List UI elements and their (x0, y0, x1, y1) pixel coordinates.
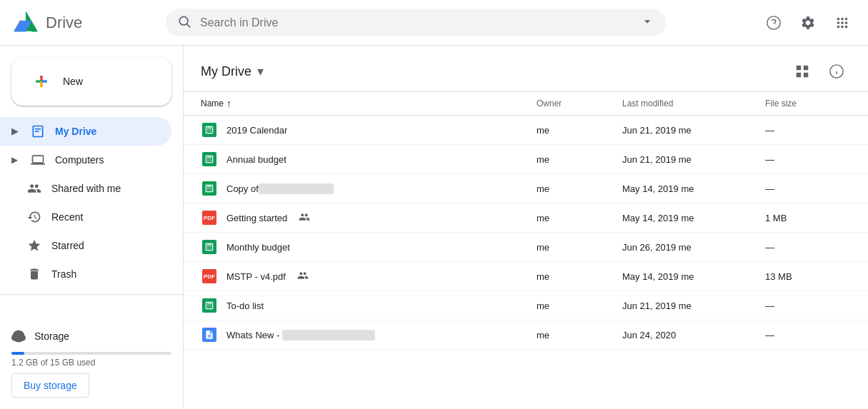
info-button[interactable] (822, 57, 851, 86)
file-name: MSTP - v4.pdf (226, 271, 286, 282)
sidebar-item-trash[interactable]: Trash (0, 260, 171, 288)
file-name-cell: To-do list (201, 297, 537, 314)
file-size: — (765, 330, 851, 340)
table-header: Name ↑ Owner Last modified File size (184, 92, 868, 116)
file-name: Monthly budget (226, 242, 290, 253)
table-row[interactable]: Annual budget me Jun 21, 2019 me — (184, 145, 868, 174)
table-row[interactable]: PDF MSTP - v4.pdf me May 14, 2019 me 13 … (184, 262, 868, 291)
sheets-icon (201, 297, 218, 314)
table-row[interactable]: PDF Getting started me May 14, 2019 me 1… (184, 203, 868, 233)
buy-storage-button[interactable]: Buy storage (11, 373, 89, 398)
file-size: 1 MB (765, 213, 851, 223)
file-name: 2019 Calendar (226, 125, 287, 136)
sidebar-item-trash-label: Trash (51, 268, 76, 280)
file-modified: May 14, 2019 me (622, 271, 765, 282)
svg-rect-17 (35, 128, 41, 130)
file-name-cell: PDF MSTP - v4.pdf (201, 268, 537, 285)
breadcrumb: My Drive ▾ (201, 64, 264, 79)
file-owner: me (537, 301, 622, 311)
sidebar-item-shared-with-me[interactable]: Shared with me (0, 174, 171, 203)
sidebar-item-my-drive[interactable]: ▶ My Drive (0, 117, 171, 146)
column-header-owner[interactable]: Owner (537, 98, 622, 109)
my-drive-icon (29, 123, 46, 140)
computers-icon (29, 151, 46, 168)
file-name-cell: Monthly budget (201, 238, 537, 256)
file-name: Getting started (226, 213, 287, 223)
sheets-icon (201, 121, 218, 138)
file-owner: me (537, 213, 622, 223)
file-name: To-do list (226, 301, 264, 311)
sidebar-item-shared-with-me-label: Shared with me (51, 183, 121, 194)
help-button[interactable] (759, 9, 788, 37)
table-row[interactable]: 2019 Calendar me Jun 21, 2019 me — (184, 116, 868, 145)
sidebar-item-starred-label: Starred (51, 240, 84, 251)
trash-icon (26, 266, 43, 283)
pdf-icon: PDF (201, 209, 218, 226)
drive-path-title: My Drive (201, 64, 251, 79)
file-name-cell: Copy ofRecovery Fix Blog (201, 180, 537, 197)
table-row[interactable]: Whats New - Kernel for OST to PST me Jun… (184, 320, 868, 350)
pdf-icon: PDF (201, 268, 218, 285)
apps-button[interactable] (828, 9, 857, 37)
sidebar-item-recent[interactable]: Recent (0, 203, 171, 231)
content-area: My Drive ▾ Name ↑ Owner (183, 46, 868, 409)
file-modified: Jun 21, 2019 me (622, 301, 765, 311)
file-modified: Jun 21, 2019 me (622, 125, 765, 136)
new-button-label: New (63, 76, 83, 87)
google-drive-logo-icon (11, 9, 40, 37)
column-header-size[interactable]: File size (765, 98, 851, 109)
starred-icon (26, 237, 43, 254)
new-button[interactable]: New (11, 57, 171, 106)
search-dropdown-icon[interactable] (640, 14, 654, 31)
file-owner: me (537, 271, 622, 282)
svg-point-6 (179, 16, 188, 25)
drive-path-dropdown-icon[interactable]: ▾ (257, 64, 264, 79)
svg-line-7 (187, 24, 191, 28)
search-bar[interactable] (166, 9, 666, 36)
sidebar-item-recent-label: Recent (51, 211, 83, 223)
file-size: 13 MB (765, 271, 851, 282)
file-modified: May 14, 2019 me (622, 213, 765, 223)
grid-view-button[interactable] (788, 57, 817, 86)
file-modified: Jun 24, 2020 (622, 330, 765, 340)
chevron-icon: ▶ (11, 155, 18, 165)
shared-users-icon (299, 211, 310, 225)
sidebar: New ▶ My Drive ▶ Computers Shared with m… (0, 46, 183, 409)
main-layout: New ▶ My Drive ▶ Computers Shared with m… (0, 46, 868, 409)
logo-area: Drive (11, 9, 154, 37)
content-actions (788, 57, 851, 86)
column-header-modified[interactable]: Last modified (622, 98, 765, 109)
table-row[interactable]: Monthly budget me Jun 26, 2019 me — (184, 233, 868, 262)
sidebar-divider (0, 294, 183, 295)
column-header-name[interactable]: Name ↑ (201, 98, 537, 109)
search-input[interactable] (200, 16, 632, 29)
file-owner: me (537, 242, 622, 253)
file-size: — (765, 301, 851, 311)
storage-bar (11, 352, 171, 355)
file-owner: me (537, 154, 622, 165)
docs-icon (201, 326, 218, 343)
file-name: Copy ofRecovery Fix Blog (226, 183, 334, 194)
table-row[interactable]: Copy ofRecovery Fix Blog me May 14, 2019… (184, 174, 868, 203)
sidebar-item-computers[interactable]: ▶ Computers (0, 146, 171, 174)
header-actions (759, 9, 857, 37)
file-owner: me (537, 125, 622, 136)
table-row[interactable]: To-do list me Jun 21, 2019 me — (184, 291, 868, 320)
file-size: — (765, 125, 851, 136)
sidebar-item-starred[interactable]: Starred (0, 231, 171, 260)
file-name: Whats New - Kernel for OST to PST (226, 330, 375, 340)
file-name-cell: Annual budget (201, 151, 537, 168)
file-modified: Jun 26, 2019 me (622, 242, 765, 253)
sheets-icon (201, 151, 218, 168)
file-table: Name ↑ Owner Last modified File size (184, 92, 868, 409)
storage-section: Storage 1.2 GB of 15 GB used Buy storage (0, 318, 183, 403)
settings-button[interactable] (794, 9, 822, 37)
file-name-cell: PDF Getting started (201, 209, 537, 226)
file-name-cell: Whats New - Kernel for OST to PST (201, 326, 537, 343)
header: Drive (0, 0, 868, 46)
sort-arrow-icon: ↑ (226, 98, 231, 109)
file-rows-container: 2019 Calendar me Jun 21, 2019 me — Annua… (184, 116, 868, 350)
chevron-icon: ▶ (11, 126, 18, 136)
shared-users-icon (297, 270, 309, 283)
storage-bar-fill (11, 352, 24, 355)
